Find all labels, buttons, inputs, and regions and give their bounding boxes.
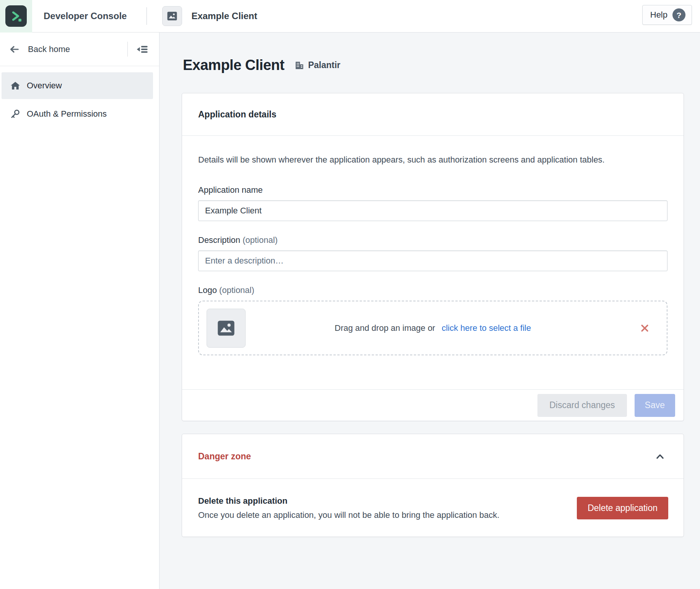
dropzone-text: Drag and drop an image or [335, 323, 435, 333]
key-icon [10, 109, 21, 119]
back-home-button[interactable]: Back home [0, 33, 159, 66]
app-logo [0, 0, 32, 33]
save-button[interactable]: Save [635, 394, 675, 417]
header-divider [147, 7, 147, 25]
description-input[interactable] [198, 251, 667, 271]
main-content: Example Client Palantir Application deta… [160, 33, 700, 589]
dropzone-instructions: Drag and drop an image or click here to … [335, 323, 531, 333]
back-home-label: Back home [28, 44, 70, 54]
header-client-name: Example Client [191, 11, 257, 21]
application-details-header: Application details [182, 93, 684, 136]
help-button[interactable]: Help ? [642, 5, 692, 25]
danger-zone-card: Danger zone Delete this application Once… [182, 434, 684, 537]
danger-zone-title: Danger zone [198, 451, 251, 462]
app-header: Developer Console Example Client Help ? [0, 0, 700, 33]
home-icon [10, 80, 21, 91]
logo-field: Logo (optional) Drag and drop an image o… [198, 285, 667, 355]
logo-preview-placeholder [207, 309, 246, 348]
application-name-input[interactable] [198, 200, 667, 221]
select-file-link[interactable]: click here to select a file [442, 323, 531, 333]
application-details-body: Details will be shown wherever the appli… [182, 136, 684, 355]
office-building-icon [294, 60, 304, 70]
delete-application-info: Delete this application Once you delete … [198, 496, 500, 520]
sidebar-item-label: Overview [27, 81, 62, 91]
logo-dropzone[interactable]: Drag and drop an image or click here to … [198, 301, 667, 355]
remove-logo-button[interactable] [640, 323, 650, 333]
organization-badge: Palantir [294, 60, 340, 70]
details-card-footer: Discard changes Save [182, 389, 684, 421]
description-label: Description (optional) [198, 235, 667, 245]
details-description-text: Details will be shown wherever the appli… [198, 153, 621, 166]
sidebar-nav: Overview OAuth & Permissions [0, 66, 159, 129]
application-name-field: Application name [198, 185, 667, 221]
close-icon [640, 323, 650, 333]
description-optional-hint: (optional) [243, 235, 278, 245]
application-details-card: Application details Details will be show… [182, 93, 684, 421]
delete-application-title: Delete this application [198, 496, 500, 506]
app-title: Developer Console [44, 11, 127, 21]
delete-application-description: Once you delete an application, you will… [198, 510, 500, 520]
danger-zone-body: Delete this application Once you delete … [182, 479, 684, 537]
collapse-sidebar-icon[interactable] [134, 41, 151, 58]
application-name-label: Application name [198, 185, 667, 195]
page-title-row: Example Client Palantir [183, 57, 340, 73]
back-arrow-icon [8, 44, 20, 55]
page-title: Example Client [183, 57, 284, 73]
chevron-up-icon [655, 451, 665, 462]
sidebar-item-overview[interactable]: Overview [2, 72, 153, 99]
description-field: Description (optional) [198, 235, 667, 271]
logo-optional-hint: (optional) [219, 285, 254, 295]
sidebar-item-oauth-permissions[interactable]: OAuth & Permissions [0, 99, 159, 129]
image-placeholder-icon [216, 318, 236, 338]
logo-label: Logo (optional) [198, 285, 667, 295]
sidebar: Back home Overview [0, 33, 160, 589]
developer-console-logo-icon [5, 5, 27, 27]
discard-changes-button[interactable]: Discard changes [537, 394, 627, 417]
collapse-danger-zone-button[interactable] [653, 449, 667, 464]
sidebar-header-divider [127, 42, 128, 57]
sidebar-item-label: OAuth & Permissions [27, 109, 107, 119]
help-question-icon: ? [672, 8, 685, 21]
client-logo-placeholder-icon [162, 6, 182, 26]
help-button-label: Help [650, 10, 667, 20]
danger-zone-header: Danger zone [182, 434, 684, 479]
delete-application-button[interactable]: Delete application [577, 497, 668, 519]
organization-name: Palantir [308, 60, 340, 70]
